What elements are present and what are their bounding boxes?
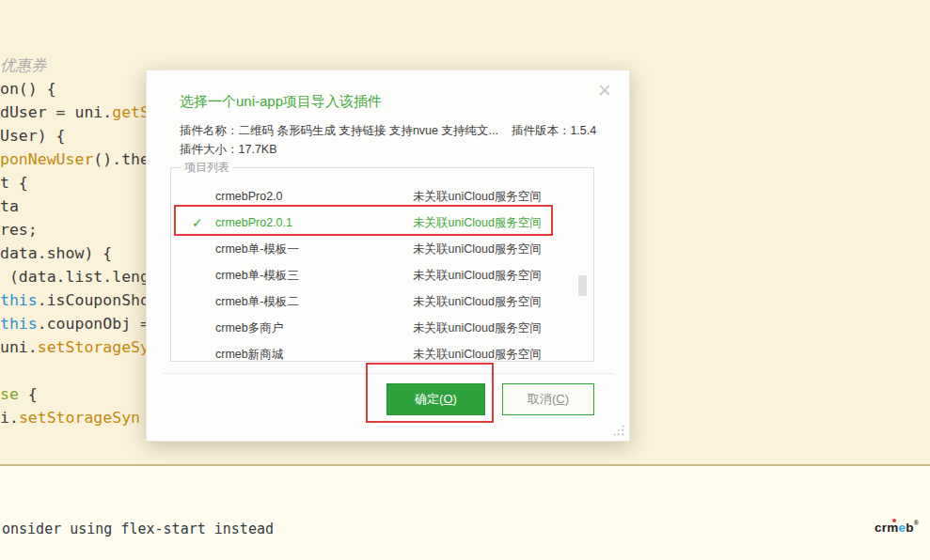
plugin-size-value: 17.7KB bbox=[239, 143, 277, 156]
annotation-rect-selected-row bbox=[174, 205, 553, 236]
project-ucloud-status: 未关联uniCloud服务空间 bbox=[413, 236, 542, 262]
dialog-title: 选择一个uni-app项目导入该插件 bbox=[180, 93, 382, 111]
project-row[interactable]: crmeb多商户未关联uniCloud服务空间 bbox=[171, 315, 593, 341]
resize-grip-icon[interactable] bbox=[612, 424, 624, 436]
code-line: dUser = uni.getS bbox=[0, 101, 150, 124]
project-ucloud-status: 未关联uniCloud服务空间 bbox=[413, 262, 542, 288]
logo-part3: b bbox=[906, 521, 913, 535]
project-row[interactable]: crmeb单-模板三未关联uniCloud服务空间 bbox=[171, 262, 593, 288]
cancel-label-post: ) bbox=[565, 392, 569, 406]
code-line: ponNewUser().the bbox=[0, 148, 150, 171]
logo-registered-mark: ® bbox=[914, 520, 919, 526]
project-name: crmeb单-模板三 bbox=[215, 262, 299, 288]
plugin-version-value: 1.5.4 bbox=[570, 124, 596, 137]
cancel-button[interactable]: 取消(C) bbox=[502, 383, 594, 415]
code-lines: 优惠券on() {dUser = uni.getSUser) {ponNewUs… bbox=[0, 54, 150, 429]
project-name: crmeb多商户 bbox=[215, 315, 283, 341]
plugin-version-label: 插件版本： bbox=[512, 124, 571, 137]
project-list-label: 项目列表 bbox=[181, 160, 233, 176]
code-line: data.show) { bbox=[0, 241, 150, 265]
code-line: this.couponObj = bbox=[0, 312, 150, 335]
annotation-rect-ok-button bbox=[366, 363, 494, 423]
project-name: crmeb新商城 bbox=[215, 341, 283, 362]
console-panel: onsider using flex-start instead crmeb® bbox=[0, 466, 930, 560]
project-ucloud-status: 未关联uniCloud服务空间 bbox=[413, 315, 542, 341]
project-name: crmeb单-模板一 bbox=[215, 236, 299, 262]
code-line: ta bbox=[0, 194, 150, 218]
cancel-label-pre: 取消( bbox=[528, 392, 556, 406]
plugin-info-line2: 插件大小：17.7KB bbox=[180, 142, 277, 158]
project-ucloud-status: 未关联uniCloud服务空间 bbox=[413, 288, 542, 315]
code-line: 优惠券 bbox=[0, 54, 150, 77]
project-row[interactable]: crmeb单-模板二未关联uniCloud服务空间 bbox=[171, 288, 593, 315]
plugin-name-label: 插件名称： bbox=[180, 124, 239, 137]
crmeb-logo: crmeb® bbox=[875, 521, 919, 535]
code-line: se { bbox=[0, 382, 150, 406]
code-line: res; bbox=[0, 218, 150, 241]
scrollbar-thumb[interactable] bbox=[578, 275, 587, 296]
project-ucloud-status: 未关联uniCloud服务空间 bbox=[413, 341, 542, 362]
console-message: onsider using flex-start instead bbox=[2, 521, 274, 537]
project-name: crmeb单-模板二 bbox=[215, 288, 299, 315]
plugin-name-value: 二维码 条形码生成 支持链接 支持nvue 支持纯文... bbox=[239, 124, 498, 137]
plugin-size-label: 插件大小： bbox=[180, 143, 239, 156]
plugin-info-line1: 插件名称：二维码 条形码生成 支持链接 支持nvue 支持纯文...插件版本：1… bbox=[180, 123, 596, 139]
project-row[interactable]: crmeb新商城未关联uniCloud服务空间 bbox=[171, 341, 593, 362]
project-list: 项目列表 crmebPro2.0未关联uniCloud服务空间✓crmebPro… bbox=[170, 160, 594, 362]
project-rows: crmebPro2.0未关联uniCloud服务空间✓crmebPro2.0.1… bbox=[171, 176, 593, 362]
logo-part1: crm bbox=[875, 521, 898, 535]
code-line: (data.list.leng bbox=[0, 265, 150, 288]
close-icon[interactable]: ✕ bbox=[593, 80, 616, 102]
code-line: t { bbox=[0, 171, 150, 194]
cancel-label-key: C bbox=[556, 392, 564, 406]
code-line: on() { bbox=[0, 77, 150, 101]
code-line: User) { bbox=[0, 124, 150, 148]
code-line: i.setStorageSyn bbox=[0, 406, 150, 429]
code-line bbox=[0, 359, 150, 382]
app-window: 优惠券on() {dUser = uni.getSUser) {ponNewUs… bbox=[0, 0, 930, 560]
code-line: uni.setStorageSy bbox=[0, 335, 150, 359]
project-row[interactable]: crmeb单-模板一未关联uniCloud服务空间 bbox=[171, 236, 593, 262]
code-line: this.isCouponSho bbox=[0, 288, 150, 312]
